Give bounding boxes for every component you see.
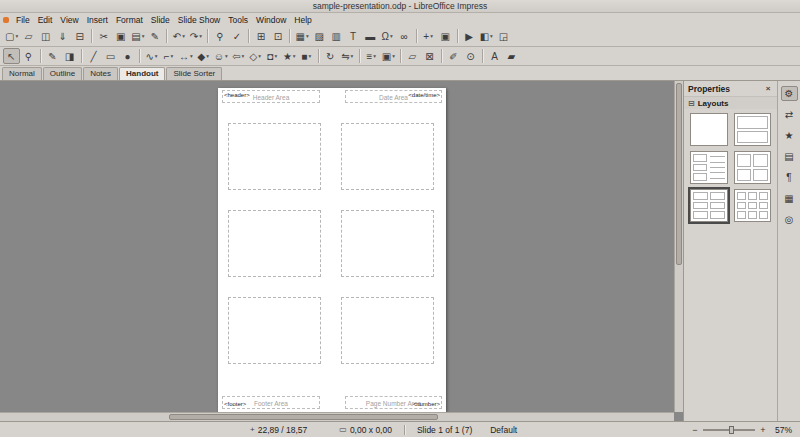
duplicate-slide-icon[interactable]: ▣ [437, 28, 454, 44]
tab-normal[interactable]: Normal [2, 67, 42, 80]
select-icon[interactable]: ↖ [3, 48, 20, 64]
vertical-scrollbar-thumb[interactable] [676, 83, 682, 265]
fill-color-icon[interactable]: ◨ [61, 48, 78, 64]
tab-notes[interactable]: Notes [83, 67, 118, 80]
dropdown-arrow-icon[interactable]: ▾ [225, 53, 228, 59]
layout-six-slides[interactable] [690, 189, 728, 222]
lines-and-arrows-icon[interactable]: ↔▾ [177, 48, 195, 64]
slide-placeholder[interactable] [341, 123, 434, 190]
master-slide-name[interactable]: Default [490, 425, 517, 435]
insert-hyperlink-icon[interactable]: ∞ [396, 28, 413, 44]
dropdown-arrow-icon[interactable]: ▾ [206, 53, 209, 59]
zoom-slider[interactable] [703, 429, 755, 431]
start-from-first-slide-icon[interactable]: ▶ [461, 28, 478, 44]
menu-help[interactable]: Help [290, 14, 315, 26]
callout-shapes-icon[interactable]: ◘▾ [264, 48, 281, 64]
layout-two-slides[interactable] [734, 113, 772, 146]
curve-icon[interactable]: ∿▾ [143, 48, 160, 64]
menu-slide[interactable]: Slide [147, 14, 174, 26]
insert-text-box-icon[interactable]: T [345, 28, 362, 44]
new-document-icon[interactable]: ▢▾ [3, 28, 20, 44]
dropdown-arrow-icon[interactable]: ▾ [242, 53, 245, 59]
new-slide-icon[interactable]: +▾ [420, 28, 437, 44]
insert-table-icon[interactable]: ▦▾ [293, 28, 310, 44]
save-document-icon[interactable]: ◫ [37, 28, 54, 44]
menu-window[interactable]: Window [252, 14, 290, 26]
edit-points-icon[interactable]: ✐ [445, 48, 462, 64]
slide-placeholder[interactable] [341, 297, 434, 364]
insert-header-footer-icon[interactable]: ▬ [362, 28, 379, 44]
rotate-icon[interactable]: ↻ [322, 48, 339, 64]
cut-icon[interactable]: ✂ [95, 28, 112, 44]
menu-insert[interactable]: Insert [83, 14, 112, 26]
dropdown-arrow-icon[interactable]: ▾ [171, 53, 174, 59]
tab-slide-sorter[interactable]: Slide Sorter [166, 67, 222, 80]
date-placeholder[interactable]: <date/time> Date Area [345, 90, 442, 103]
snap-to-grid-icon[interactable]: ⊡ [269, 28, 286, 44]
connector-icon[interactable]: ⌐▾ [160, 48, 177, 64]
zoom-slider-thumb[interactable] [729, 426, 734, 434]
tab-handout[interactable]: Handout [119, 67, 165, 80]
layouts-section-header[interactable]: ⊟ Layouts [684, 96, 777, 109]
styles-icon[interactable]: ¶ [781, 170, 798, 185]
layout-three-slides[interactable] [690, 151, 728, 184]
slide-placeholder[interactable] [228, 123, 321, 190]
collapse-icon[interactable]: ⊟ [688, 99, 695, 108]
workspace-canvas[interactable]: <header> Header Area <date/time> Date Ar… [0, 81, 683, 421]
dropdown-arrow-icon[interactable]: ▾ [306, 33, 309, 39]
arrange-icon[interactable]: ▣▾ [380, 48, 397, 64]
dropdown-arrow-icon[interactable]: ▾ [430, 33, 433, 39]
ellipse-icon[interactable]: ● [119, 48, 136, 64]
star-shapes-icon[interactable]: ★▾ [281, 48, 298, 64]
master-slides-icon[interactable]: ▤ [781, 149, 798, 164]
3d-objects-icon[interactable]: ■▾ [298, 48, 315, 64]
glue-points-icon[interactable]: ⊙ [462, 48, 479, 64]
print-icon[interactable]: ⊟ [71, 28, 88, 44]
paste-icon[interactable]: ▤▾ [129, 28, 146, 44]
basic-shapes-icon[interactable]: ◆▾ [195, 48, 212, 64]
flowchart-shapes-icon[interactable]: ◇▾ [247, 48, 264, 64]
menu-view[interactable]: View [56, 14, 82, 26]
dropdown-arrow-icon[interactable]: ▾ [258, 53, 261, 59]
dropdown-arrow-icon[interactable]: ▾ [490, 33, 493, 39]
dropdown-arrow-icon[interactable]: ▾ [155, 53, 158, 59]
footer-placeholder[interactable]: Footer Area <footer> [222, 396, 320, 409]
dropdown-arrow-icon[interactable]: ▾ [373, 53, 376, 59]
redo-icon[interactable]: ↷▾ [187, 28, 204, 44]
spelling-icon[interactable]: ✓ [228, 28, 245, 44]
block-arrows-icon[interactable]: ⇦▾ [230, 48, 247, 64]
zoom-level[interactable]: 57% [775, 425, 792, 435]
dropdown-arrow-icon[interactable]: ▾ [390, 33, 393, 39]
undo-icon[interactable]: ↶▾ [170, 28, 187, 44]
header-placeholder[interactable]: <header> Header Area [222, 90, 320, 103]
find-and-replace-icon[interactable]: ⚲ [211, 28, 228, 44]
menu-file[interactable]: File [12, 14, 34, 26]
zoom-in-button[interactable]: + [759, 425, 767, 435]
menu-tools[interactable]: Tools [224, 14, 252, 26]
dropdown-arrow-icon[interactable]: ▾ [293, 53, 296, 59]
menu-format[interactable]: Format [112, 14, 147, 26]
flip-icon[interactable]: ⇋▾ [339, 48, 356, 64]
insert-special-character-icon[interactable]: Ω▾ [379, 28, 396, 44]
animation-icon[interactable]: ★ [781, 128, 798, 143]
line-color-icon[interactable]: ✎ [44, 48, 61, 64]
symbol-shapes-icon[interactable]: ☺▾ [212, 48, 230, 64]
open-document-icon[interactable]: ▱ [20, 28, 37, 44]
dropdown-arrow-icon[interactable]: ▾ [351, 53, 354, 59]
rectangle-icon[interactable]: ▭ [102, 48, 119, 64]
crop-image-icon[interactable]: ⊠ [421, 48, 438, 64]
toggle-extrusion-icon[interactable]: ▰ [503, 48, 520, 64]
display-mode-icon[interactable]: ◧▾ [478, 28, 495, 44]
zoom-out-button[interactable]: − [691, 425, 699, 435]
horizontal-scrollbar-thumb[interactable] [169, 414, 439, 420]
dropdown-arrow-icon[interactable]: ▾ [392, 53, 395, 59]
shadow-icon[interactable]: ▱ [404, 48, 421, 64]
insert-line-icon[interactable]: ╱ [85, 48, 102, 64]
slide-placeholder[interactable] [341, 210, 434, 277]
dropdown-arrow-icon[interactable]: ▾ [190, 53, 193, 59]
horizontal-scrollbar[interactable] [0, 412, 674, 421]
handout-page[interactable]: <header> Header Area <date/time> Date Ar… [218, 88, 446, 412]
insert-chart-icon[interactable]: ▥ [328, 28, 345, 44]
properties-icon[interactable]: ⚙ [781, 86, 798, 101]
dropdown-arrow-icon[interactable]: ▾ [142, 33, 145, 39]
